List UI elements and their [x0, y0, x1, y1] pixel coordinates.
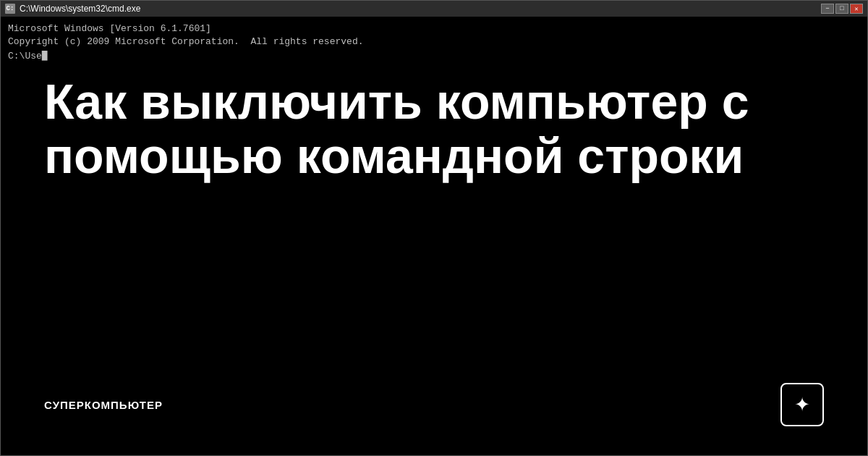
- window-controls[interactable]: − □ ✕: [821, 4, 863, 14]
- cmd-line-2: Copyright (c) 2009 Microsoft Corporation…: [8, 35, 860, 48]
- title-line-2: помощью командной строки: [44, 128, 744, 183]
- window-title: C:\Windows\system32\cmd.exe: [20, 4, 140, 14]
- close-button[interactable]: ✕: [850, 4, 863, 14]
- maximize-button[interactable]: □: [835, 4, 848, 14]
- title-bar: C: C:\Windows\system32\cmd.exe − □ ✕: [1, 1, 867, 17]
- brand-label: СУПЕРКОМПЬЮТЕР: [44, 399, 163, 411]
- cmd-icon: C:: [5, 4, 15, 14]
- cmd-window: C: C:\Windows\system32\cmd.exe − □ ✕ Mic…: [0, 0, 868, 456]
- star-logo: ✦: [780, 383, 824, 426]
- cmd-content-area: Microsoft Windows [Version 6.1.7601] Cop…: [1, 17, 867, 455]
- minimize-button[interactable]: −: [821, 4, 834, 14]
- cmd-line-1: Microsoft Windows [Version 6.1.7601]: [8, 22, 860, 35]
- title-bar-left: C: C:\Windows\system32\cmd.exe: [5, 4, 140, 14]
- bottom-bar: СУПЕРКОМПЬЮТЕР ✦: [44, 383, 824, 426]
- title-line-1: Как выключить компьютер с: [44, 74, 749, 129]
- cmd-prompt-text: C:\Use: [8, 51, 42, 62]
- article-title: Как выключить компьютер с помощью команд…: [44, 75, 824, 183]
- star-icon-symbol: ✦: [794, 392, 810, 418]
- cursor-blink: █: [42, 51, 48, 62]
- cmd-prompt: C:\Use█: [8, 50, 860, 63]
